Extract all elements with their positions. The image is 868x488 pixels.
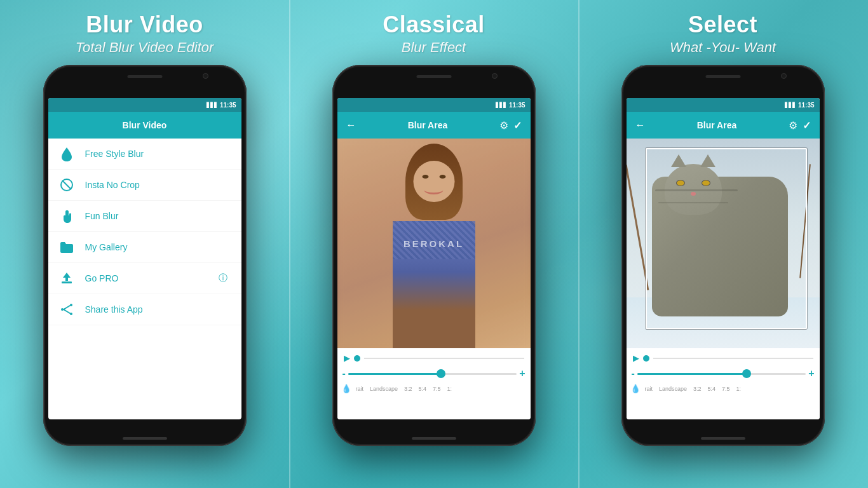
ratio-drop-icon-2: 💧 <box>341 384 351 393</box>
ratio-portrait-3[interactable]: rait <box>643 386 655 392</box>
phone-1-menu: Free Style Blur Insta No Crop <box>48 139 241 325</box>
play-button-3[interactable]: ▶ <box>633 353 639 363</box>
phone-3-bottom-controls: ▶ - + 💧 rait <box>627 348 820 419</box>
slider-minus-3[interactable]: - <box>632 368 635 379</box>
ratio-32-3[interactable]: 3:2 <box>691 386 703 392</box>
eye-right <box>439 175 445 179</box>
slider-row-2: - + <box>337 365 531 382</box>
woman-photo: BEROKAL <box>337 139 531 348</box>
drop-icon <box>58 146 75 162</box>
slider-thumb-3[interactable] <box>742 369 751 378</box>
watermark-2: BEROKAL <box>403 238 464 249</box>
check-icon-3[interactable]: ✓ <box>803 119 811 132</box>
phone-2: ▋▋▋ 11:35 ← Blur Area ⚙ ✓ <box>332 65 536 446</box>
time-3: 11:35 <box>798 102 815 109</box>
ratio-11-2[interactable]: 1: <box>445 386 454 392</box>
back-icon-3[interactable]: ← <box>635 119 646 131</box>
speaker-2 <box>416 75 451 78</box>
phone-1-appbar: Blur Video <box>48 112 241 139</box>
ratio-landscape-2[interactable]: Landscape <box>368 386 400 392</box>
phone-1-toolbar-title: Blur Video <box>55 120 235 130</box>
woman-face <box>413 161 454 202</box>
menu-label-gallery: My Gallery <box>85 242 128 252</box>
menu-item-shareapp[interactable]: Share this App <box>48 294 241 325</box>
section-1-title: Blur Video <box>86 11 203 38</box>
settings-icon-2[interactable]: ⚙ <box>499 119 508 132</box>
slider-track-2[interactable] <box>348 373 517 375</box>
no-crop-icon <box>58 177 75 193</box>
slider-track-3[interactable] <box>637 373 806 375</box>
phone-1: ▋▋▋ 11:35 Blur Video <box>43 65 247 446</box>
ratio-11-3[interactable]: 1: <box>735 386 743 392</box>
section-2-title: Classical <box>383 11 485 38</box>
home-indicator-1 <box>123 437 167 440</box>
camera-3 <box>781 73 787 79</box>
menu-item-instanocrop[interactable]: Insta No Crop <box>48 170 241 201</box>
phone-3-screen: ▋▋▋ 11:35 ← Blur Area ⚙ ✓ <box>627 98 820 419</box>
home-indicator-3 <box>701 437 745 440</box>
play-row-3: ▶ <box>627 348 820 365</box>
signal-icon-2: ▋▋▋ <box>496 102 507 108</box>
ratio-54-3[interactable]: 5:4 <box>706 386 718 392</box>
progress-dot-2 <box>354 355 360 362</box>
settings-icon-3[interactable]: ⚙ <box>789 119 797 132</box>
menu-item-freestyleblur[interactable]: Free Style Blur <box>48 139 241 170</box>
section-3-subtitle: What -You- Want <box>670 39 776 56</box>
menu-item-gopro[interactable]: Go PRO ⓘ <box>48 263 241 294</box>
slider-minus-2[interactable]: - <box>342 368 346 379</box>
svg-line-8 <box>64 309 70 313</box>
home-indicator-2 <box>412 437 456 440</box>
phone-2-statusbar: ▋▋▋ 11:35 <box>337 98 531 112</box>
upload-icon <box>58 270 75 287</box>
share-icon <box>58 301 75 318</box>
phone-2-wrapper: ▋▋▋ 11:35 ← Blur Area ⚙ ✓ <box>332 65 536 446</box>
phone-3-toolbar-title: Blur Area <box>648 120 786 130</box>
speaker-1 <box>127 75 162 78</box>
phone-3-appbar: ← Blur Area ⚙ ✓ <box>627 112 820 139</box>
phone-2-image: BEROKAL <box>337 139 531 348</box>
signal-icon-3: ▋▋▋ <box>785 102 796 108</box>
menu-label-shareapp: Share this App <box>85 304 143 315</box>
ratio-portrait-2[interactable]: rait <box>354 386 366 392</box>
menu-item-funblur[interactable]: Fun Blur <box>48 201 241 232</box>
phone-1-statusbar: ▋▋▋ 11:35 <box>48 98 241 112</box>
time-1: 11:35 <box>220 102 236 109</box>
play-row-2: ▶ <box>337 348 531 365</box>
menu-label-gopro: Go PRO <box>85 273 119 283</box>
ratio-row-2: 💧 rait Landscape 3:2 5:4 7:5 1: <box>337 382 531 395</box>
slider-plus-2[interactable]: + <box>519 368 525 379</box>
phone-2-bottom-controls: ▶ - + 💧 rait <box>337 348 531 419</box>
ratio-75-3[interactable]: 7:5 <box>720 386 732 392</box>
phone-3-wrapper: ▋▋▋ 11:35 ← Blur Area ⚙ ✓ <box>621 65 825 446</box>
ratio-75-2[interactable]: 7:5 <box>431 386 443 392</box>
selection-rect-3[interactable] <box>646 148 807 329</box>
ratio-54-2[interactable]: 5:4 <box>417 386 429 392</box>
phone-3-image <box>627 139 820 348</box>
speaker-3 <box>705 75 740 78</box>
progress-line-3 <box>653 358 813 359</box>
phone-2-toolbar-title: Blur Area <box>359 120 497 130</box>
phone-2-screen: ▋▋▋ 11:35 ← Blur Area ⚙ ✓ <box>337 98 531 419</box>
eye-left <box>422 175 428 179</box>
play-button-2[interactable]: ▶ <box>344 353 350 363</box>
check-icon-2[interactable]: ✓ <box>513 119 522 132</box>
hand-icon <box>58 208 75 224</box>
menu-item-gallery[interactable]: My Gallery <box>48 232 241 263</box>
back-icon-2[interactable]: ← <box>346 119 356 131</box>
ratio-landscape-3[interactable]: Landscape <box>657 386 689 392</box>
menu-label-instanocrop: Insta No Crop <box>85 180 140 190</box>
ratio-drop-icon-3: 💧 <box>630 384 641 393</box>
phone-1-wrapper: ▋▋▋ 11:35 Blur Video <box>43 65 247 446</box>
slider-fill-3 <box>637 373 747 375</box>
slider-thumb-2[interactable] <box>437 369 445 378</box>
time-2: 11:35 <box>509 102 526 109</box>
slider-plus-3[interactable]: + <box>808 368 814 379</box>
ratio-32-2[interactable]: 3:2 <box>402 386 414 392</box>
camera-1 <box>203 73 208 79</box>
folder-icon <box>58 239 75 255</box>
svg-line-1 <box>62 180 71 189</box>
section-2: Classical Blur Effect ▋▋▋ 11:35 ← Blur A… <box>289 0 578 446</box>
cat-photo <box>627 139 820 348</box>
menu-label-funblur: Fun Blur <box>85 211 119 221</box>
phone-2-appbar: ← Blur Area ⚙ ✓ <box>337 112 531 139</box>
